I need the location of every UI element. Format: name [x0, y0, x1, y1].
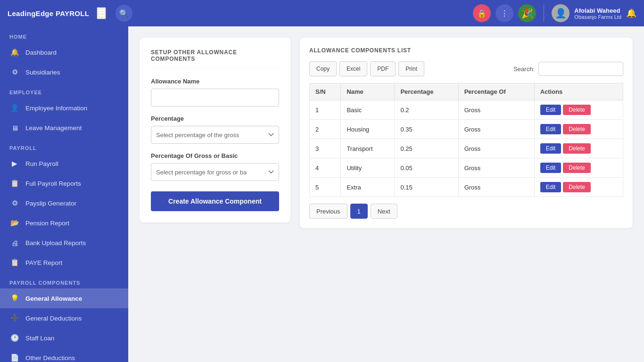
- delete-button[interactable]: Delete: [563, 124, 591, 134]
- sidebar-item-dashboard[interactable]: 🔔Dashboard: [0, 42, 128, 62]
- subsidiaries-icon: ⚙: [9, 67, 20, 77]
- cell-percentage_of: Gross: [458, 178, 534, 197]
- dashboard-label: Dashboard: [25, 49, 57, 56]
- cell-sn: 2: [310, 120, 341, 139]
- edit-button[interactable]: Edit: [540, 105, 561, 115]
- delete-button[interactable]: Delete: [563, 105, 591, 115]
- edit-button[interactable]: Edit: [540, 163, 561, 173]
- sidebar-item-paye-report[interactable]: 📋PAYE Report: [0, 253, 128, 272]
- col-s/n: S/N: [310, 83, 341, 100]
- employee-info-label: Employee Information: [25, 105, 87, 112]
- cell-percentage: 0.15: [395, 178, 458, 197]
- sidebar-section-home: HOME: [0, 26, 128, 42]
- search-button[interactable]: 🔍: [116, 5, 132, 22]
- nav-divider: [544, 5, 544, 22]
- grid-icon[interactable]: ⋮: [495, 4, 513, 22]
- payslip-generator-icon: ⚙: [9, 198, 20, 208]
- sidebar-item-staff-loan[interactable]: 🕐Staff Loan: [0, 328, 128, 348]
- sidebar-section-payroll: PAYROLL: [0, 138, 128, 154]
- sidebar-item-employee-info[interactable]: 👤Employee Information: [0, 98, 128, 118]
- staff-loan-label: Staff Loan: [25, 335, 54, 342]
- percentage-of-group: Percentage Of Gross or Basic Select perc…: [151, 152, 279, 181]
- delete-button[interactable]: Delete: [563, 163, 591, 173]
- cell-percentage: 0.35: [395, 120, 458, 139]
- top-navigation: LeadingEdge PAYROLL ☰ 🔍 🔒 ⋮ 🎉 👤 Afolabi …: [0, 0, 644, 26]
- sidebar-item-leave-management[interactable]: 🖥Leave Management: [0, 118, 128, 138]
- avatar: 👤: [552, 4, 570, 22]
- copy-button[interactable]: Copy: [309, 61, 337, 76]
- col-percentage-of: Percentage Of: [458, 83, 534, 100]
- cell-percentage_of: Gross: [458, 139, 534, 158]
- dashboard-icon: 🔔: [9, 47, 20, 58]
- bank-upload-reports-label: Bank Upload Reports: [25, 239, 86, 247]
- edit-button[interactable]: Edit: [540, 182, 561, 192]
- run-payroll-label: Run Payroll: [25, 160, 58, 167]
- edit-button[interactable]: Edit: [540, 124, 561, 134]
- prev-page-button[interactable]: Previous: [309, 204, 347, 219]
- cell-name: Extra: [341, 178, 395, 197]
- percentage-of-label: Percentage Of Gross or Basic: [151, 152, 279, 159]
- current-page-button[interactable]: 1: [350, 204, 368, 219]
- paye-report-label: PAYE Report: [25, 259, 62, 266]
- sidebar-item-full-payroll-reports[interactable]: 📋Full Payroll Reports: [0, 173, 128, 193]
- table-row: 3Transport0.25GrossEditDelete: [310, 139, 623, 158]
- lock-icon[interactable]: 🔒: [473, 4, 491, 22]
- excel-button[interactable]: Excel: [339, 61, 367, 76]
- pension-report-icon: 📂: [9, 218, 20, 228]
- cell-actions: EditDelete: [534, 120, 623, 139]
- user-company: Obasanjo Farms Ltd: [574, 14, 621, 20]
- percentage-label: Percentage: [151, 115, 279, 122]
- sidebar-item-subsidiaries[interactable]: ⚙Subsidiaries: [0, 62, 128, 82]
- search-label: Search:: [513, 66, 535, 73]
- sidebar-item-general-allowance[interactable]: 💡General Allowance: [0, 288, 128, 308]
- table-toolbar: CopyExcelPDFPrint Search:: [309, 61, 623, 76]
- sidebar: HOME🔔Dashboard⚙SubsidiariesEMPLOYEE👤Empl…: [0, 26, 128, 362]
- sidebar-item-run-payroll[interactable]: ▶Run Payroll: [0, 154, 128, 173]
- search-input[interactable]: [538, 62, 623, 76]
- general-deductions-label: General Deductions: [25, 315, 82, 322]
- pdf-button[interactable]: PDF: [370, 61, 396, 76]
- hamburger-button[interactable]: ☰: [97, 7, 106, 19]
- sidebar-item-bank-upload-reports[interactable]: 🖨Bank Upload Reports: [0, 233, 128, 253]
- percentage-select[interactable]: Select percentage of the gross10%20%30%: [151, 126, 279, 144]
- cell-name: Utility: [341, 158, 395, 178]
- cell-actions: EditDelete: [534, 178, 623, 197]
- staff-loan-icon: 🕐: [9, 333, 20, 343]
- cell-percentage_of: Gross: [458, 120, 534, 139]
- next-page-button[interactable]: Next: [371, 204, 397, 219]
- table-row: 4Utility0.05GrossEditDelete: [310, 158, 623, 178]
- cell-percentage_of: Gross: [458, 158, 534, 178]
- table-search-group: Search:: [513, 62, 623, 76]
- cell-sn: 1: [310, 100, 341, 120]
- table-header-row: S/NNamePercentagePercentage OfActions: [310, 83, 623, 100]
- col-name: Name: [341, 83, 395, 100]
- delete-button[interactable]: Delete: [563, 182, 591, 192]
- nav-icons: 🔒 ⋮ 🎉 👤 Afolabi Waheed Obasanjo Farms Lt…: [473, 4, 636, 22]
- allowance-name-input[interactable]: [151, 89, 279, 107]
- flag-icon[interactable]: 🎉: [518, 4, 536, 22]
- user-name: Afolabi Waheed: [574, 7, 621, 14]
- app-brand: LeadingEdge PAYROLL: [8, 9, 89, 17]
- col-actions: Actions: [534, 83, 623, 100]
- sidebar-item-general-deductions[interactable]: ➕General Deductions: [0, 308, 128, 328]
- percentage-of-select[interactable]: Select percentage for gross or baGrossBa…: [151, 163, 279, 181]
- allowance-table: S/NNamePercentagePercentage OfActions 1B…: [309, 83, 623, 197]
- edit-button[interactable]: Edit: [540, 143, 561, 154]
- page-layout: HOME🔔Dashboard⚙SubsidiariesEMPLOYEE👤Empl…: [0, 26, 644, 362]
- user-profile[interactable]: 👤 Afolabi Waheed Obasanjo Farms Ltd: [552, 4, 621, 22]
- allowance-name-group: Allowance Name: [151, 78, 279, 107]
- create-allowance-button[interactable]: Create Allowance Component: [151, 191, 279, 211]
- cell-percentage: 0.05: [395, 158, 458, 178]
- cell-sn: 4: [310, 158, 341, 178]
- cell-percentage_of: Gross: [458, 100, 534, 120]
- print-button[interactable]: Print: [398, 61, 424, 76]
- table-head: S/NNamePercentagePercentage OfActions: [310, 83, 623, 100]
- bell-icon[interactable]: 🔔: [626, 8, 636, 18]
- sidebar-item-payslip-generator[interactable]: ⚙Payslip Generator: [0, 193, 128, 213]
- cell-actions: EditDelete: [534, 100, 623, 120]
- delete-button[interactable]: Delete: [563, 143, 591, 154]
- sidebar-section-payroll-components: PAYROLL COMPONENTS: [0, 272, 128, 288]
- sidebar-item-pension-report[interactable]: 📂Pension Report: [0, 213, 128, 233]
- general-allowance-label: General Allowance: [25, 295, 82, 302]
- sidebar-item-other-deductions[interactable]: 📄Other Deductions: [0, 348, 128, 362]
